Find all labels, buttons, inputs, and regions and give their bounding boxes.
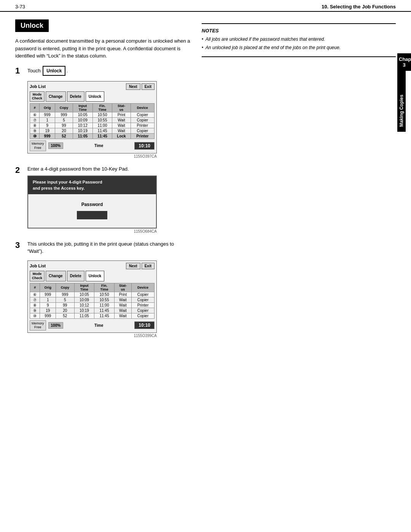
exit-button-1[interactable]: Exit — [142, 83, 155, 90]
cell-icon: ⑩ — [30, 313, 40, 318]
cell-orig: 999 — [40, 134, 55, 139]
cell-device: Copier — [131, 112, 154, 118]
cell-orig: 19 — [40, 308, 56, 313]
cell-copy: 99 — [55, 123, 73, 128]
cell-status: Print — [112, 112, 131, 118]
memory-row-1: MemoryFree 100% Time 10:10 — [30, 141, 155, 151]
table-row: ⑧ 9 99 10:12 11:00 Wait Printer — [30, 302, 155, 308]
unlock-action-button-1[interactable]: Unlock — [86, 91, 104, 102]
notes-section: NOTES All jobs are unlocked if the passw… — [202, 23, 396, 57]
pw-field[interactable] — [77, 211, 107, 219]
step-2-number: 2 — [15, 165, 24, 175]
job-list-header-2: Job List Next Exit — [30, 263, 155, 269]
time-value-2: 10:10 — [134, 321, 155, 329]
col-device: Device — [131, 104, 154, 112]
cell-orig: 9 — [40, 123, 55, 128]
change-button-1[interactable]: Change — [46, 91, 66, 102]
cell-fin: 11:45 — [92, 128, 112, 134]
time-label-1: Time — [65, 144, 132, 148]
exit-button-2[interactable]: Exit — [142, 263, 155, 269]
caption-3: 1155O399CA — [27, 334, 157, 338]
chapter-label: Chapter — [399, 56, 411, 62]
mode-check-button-1[interactable]: Mode Check — [30, 91, 45, 102]
step-3-content: This unlocks the job, putting it in the … — [27, 240, 190, 338]
cell-orig: 1 — [40, 297, 56, 302]
table-row: ⑥ 999 999 10:05 10:50 Print Copier — [30, 112, 155, 118]
jl-btn-group-1: Next Exit — [126, 83, 155, 90]
job-list-title-2: Job List — [30, 264, 46, 268]
cell-input: 10:05 — [74, 292, 94, 297]
step-3: 3 This unlocks the job, putting it in th… — [15, 240, 190, 338]
cell-device: Printer — [131, 134, 154, 139]
pw-dialog-header: Please input your 4-digit Password and p… — [28, 176, 156, 194]
cell-fin: 11:45 — [94, 308, 115, 313]
table-row: ⑨ 19 20 10:19 11:45 Wait Copier — [30, 128, 155, 134]
cell-icon: ⑩ — [30, 134, 40, 139]
intro-text: A confidential document transmitted by a… — [15, 37, 190, 60]
caption-2: 1155O684CA — [27, 229, 157, 233]
col2-orig: Orig — [40, 283, 56, 292]
next-button-2[interactable]: Next — [126, 263, 140, 269]
cell-status: Wait — [114, 297, 131, 302]
col-input-time: InputTime — [73, 104, 92, 112]
cell-fin: 11:45 — [94, 313, 115, 318]
cell-device: Printer — [132, 302, 155, 308]
cell-icon: ⑧ — [30, 302, 40, 308]
memory-free-label-2: MemoryFree — [30, 320, 46, 331]
pw-header-line1: Please input your 4-digit Password — [33, 179, 151, 185]
right-column: NOTES All jobs are unlocked if the passw… — [202, 19, 396, 345]
notes-title: NOTES — [202, 28, 396, 34]
caption-1: 1155O397CA — [27, 154, 157, 158]
cell-input: 10:09 — [74, 297, 94, 302]
step-3-number: 3 — [15, 240, 24, 250]
cell-copy: 20 — [55, 128, 73, 134]
table-row: ⑩ 999 52 11:05 11:45 Wait Copier — [30, 313, 155, 318]
unlock-action-button-2[interactable]: Unlock — [86, 271, 104, 281]
table-row: ⑩ 999 52 11:05 11:45 Lock Printer — [30, 134, 155, 139]
memory-free-label-1: MemoryFree — [30, 141, 46, 151]
next-button-1[interactable]: Next — [126, 83, 140, 90]
job-table-1: # Orig Copy InputTime Fin.Time Stat-us D… — [30, 103, 155, 139]
cell-copy: 999 — [56, 292, 74, 297]
change-button-2[interactable]: Change — [46, 271, 66, 281]
time-label-2: Time — [65, 323, 132, 328]
page-number: 3-73 — [15, 4, 25, 10]
cell-input: 10:19 — [73, 128, 92, 134]
cell-icon: ⑦ — [30, 118, 40, 123]
section-label: Making Copies — [399, 95, 404, 127]
job-list-ui-1: Job List Next Exit Mode Check Change Del… — [27, 81, 157, 153]
cell-icon: ⑧ — [30, 123, 40, 128]
cell-device: Copier — [132, 308, 155, 313]
cell-status: Wait — [114, 308, 131, 313]
cell-input: 10:19 — [74, 308, 94, 313]
job-list-ui-2: Job List Next Exit Mode Check Change Del… — [27, 260, 157, 333]
cell-input: 10:09 — [73, 118, 92, 123]
cell-device: Copier — [132, 297, 155, 302]
memory-row-2: MemoryFree 100% Time 10:10 — [30, 320, 155, 331]
table-row: ⑨ 19 20 10:19 11:45 Wait Copier — [30, 308, 155, 313]
cell-icon: ⑦ — [30, 297, 40, 302]
delete-button-2[interactable]: Delete — [67, 271, 84, 281]
cell-orig: 999 — [40, 112, 55, 118]
cell-input: 10:12 — [73, 123, 92, 128]
cell-orig: 999 — [40, 292, 56, 297]
cell-copy: 5 — [56, 297, 74, 302]
cell-device: Copier — [132, 313, 155, 318]
col-orig: Orig — [40, 104, 55, 112]
main-content: Unlock A confidential document transmitt… — [0, 12, 411, 352]
unlock-button-label: Unlock — [43, 66, 65, 76]
cell-device: Copier — [131, 118, 154, 123]
col-status: Stat-us — [112, 104, 131, 112]
step-1-number: 1 — [15, 66, 24, 76]
mode-check-button-2[interactable]: Mode Check — [30, 271, 45, 281]
notes-list: All jobs are unlocked if the password ma… — [202, 36, 396, 51]
memory-pct-2: 100% — [48, 322, 64, 329]
note-item-1: All jobs are unlocked if the password ma… — [202, 36, 396, 43]
job-list-title-1: Job List — [30, 84, 46, 89]
delete-button-1[interactable]: Delete — [67, 91, 84, 102]
table-row: ⑦ 1 5 10:09 10:55 Wait Copier — [30, 297, 155, 302]
cell-orig: 19 — [40, 128, 55, 134]
cell-input: 11:05 — [74, 313, 94, 318]
cell-status: Wait — [112, 128, 131, 134]
col2-device: Device — [132, 283, 155, 292]
